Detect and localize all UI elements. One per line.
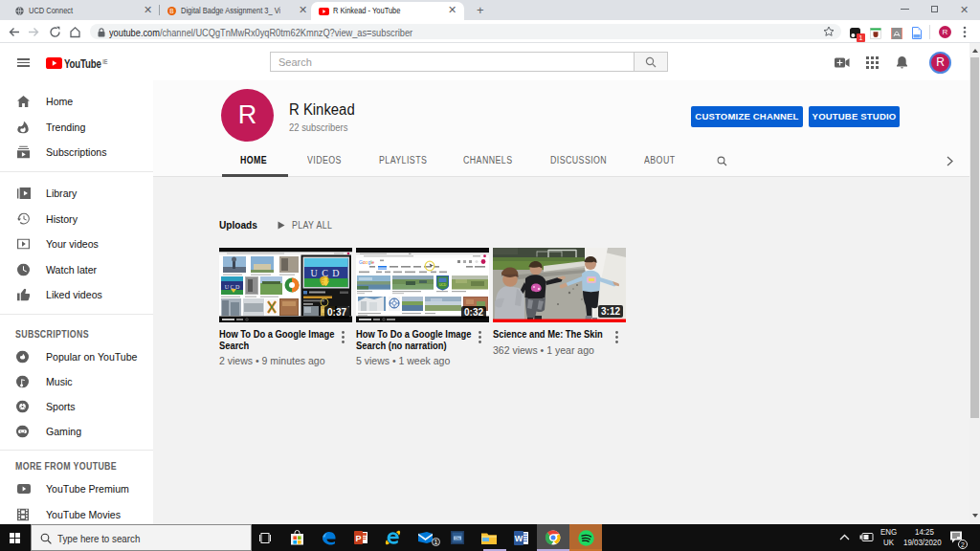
svg-text:Cha: Cha [455,537,460,540]
svg-text:U C D: U C D [225,284,240,290]
svg-text:UCD: UCD [439,283,447,287]
svg-text:W: W [514,534,523,543]
svg-text:Google: Google [359,259,374,265]
svg-text:P: P [355,534,361,543]
svg-text:B: B [169,8,173,14]
